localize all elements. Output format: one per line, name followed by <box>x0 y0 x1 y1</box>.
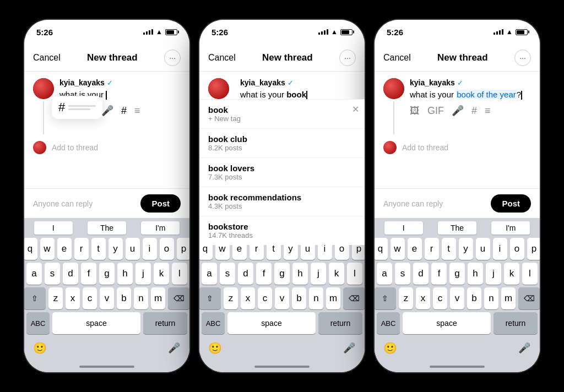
mic-key-2[interactable]: 🎤 <box>338 338 360 358</box>
key-space-3[interactable]: space <box>403 312 491 334</box>
key-backspace-1[interactable]: ⌫ <box>168 287 189 309</box>
key-x-3[interactable]: x <box>416 287 430 309</box>
key-k-2[interactable]: k <box>329 263 344 285</box>
gif-icon-3[interactable]: GIF <box>427 105 444 117</box>
key-n-2[interactable]: n <box>309 287 323 309</box>
key-t-3[interactable]: t <box>442 238 456 260</box>
key-m-1[interactable]: m <box>151 287 165 309</box>
key-space-2[interactable]: space <box>227 312 316 334</box>
key-abc-3[interactable]: ABC <box>377 312 400 334</box>
cancel-button-2[interactable]: Cancel <box>208 53 236 63</box>
key-r-1[interactable]: r <box>74 238 89 260</box>
key-d-2[interactable]: d <box>238 263 253 285</box>
ac-item-booklovers-2[interactable]: book lovers 7.3K posts <box>199 158 365 187</box>
key-h-1[interactable]: h <box>117 263 133 285</box>
key-g-1[interactable]: g <box>99 263 115 285</box>
key-m-2[interactable]: m <box>326 287 340 309</box>
more-button-3[interactable]: ··· <box>514 50 531 66</box>
more-button-2[interactable]: ··· <box>339 50 356 66</box>
emoji-key-1[interactable]: 🙂 <box>29 338 51 358</box>
key-s-2[interactable]: s <box>220 263 235 285</box>
suggestion-im-1[interactable]: I'm <box>141 221 180 235</box>
cancel-button-1[interactable]: Cancel <box>33 53 61 63</box>
key-w-1[interactable]: w <box>40 238 55 260</box>
key-shift-2[interactable]: ⇧ <box>199 287 221 309</box>
key-f-1[interactable]: f <box>81 263 96 285</box>
key-i-3[interactable]: i <box>493 238 507 260</box>
key-return-1[interactable]: return <box>143 312 187 334</box>
key-n-3[interactable]: n <box>484 287 498 309</box>
key-y-1[interactable]: y <box>109 238 123 260</box>
suggestion-i-1[interactable]: I <box>34 221 73 235</box>
key-a-1[interactable]: a <box>26 263 42 285</box>
more-button-1[interactable]: ··· <box>164 50 181 66</box>
key-k-3[interactable]: k <box>504 263 519 285</box>
suggestion-the-1[interactable]: The <box>88 221 126 235</box>
key-n-1[interactable]: n <box>134 287 148 309</box>
key-z-3[interactable]: z <box>399 287 413 309</box>
mic-key-3[interactable]: 🎤 <box>513 338 535 358</box>
autocomplete-close-2[interactable]: ✕ <box>352 104 359 115</box>
key-abc-2[interactable]: ABC <box>202 312 225 334</box>
key-t-1[interactable]: t <box>91 238 106 260</box>
key-v-1[interactable]: v <box>100 287 114 309</box>
key-z-1[interactable]: z <box>48 287 63 309</box>
key-e-1[interactable]: e <box>57 238 72 260</box>
key-g-2[interactable]: g <box>274 263 290 285</box>
key-j-1[interactable]: j <box>135 263 151 285</box>
key-c-2[interactable]: c <box>258 287 272 309</box>
key-u-1[interactable]: u <box>126 238 140 260</box>
key-return-3[interactable]: return <box>494 312 538 334</box>
key-f-3[interactable]: f <box>431 263 447 285</box>
list-icon-3[interactable]: ≡ <box>485 105 491 117</box>
key-m-3[interactable]: m <box>501 287 516 309</box>
hashtag-icon-3[interactable]: # <box>471 105 477 117</box>
add-thread-text-3[interactable]: Add to thread <box>402 143 448 152</box>
key-i-1[interactable]: i <box>143 238 157 260</box>
key-shift-3[interactable]: ⇧ <box>375 287 396 309</box>
key-abc-1[interactable]: ABC <box>26 312 50 334</box>
key-s-1[interactable]: s <box>45 263 60 285</box>
hashtag-icon-1[interactable]: # <box>121 105 127 117</box>
key-w-3[interactable]: w <box>391 238 405 260</box>
list-icon-1[interactable]: ≡ <box>134 105 140 117</box>
key-backspace-2[interactable]: ⌫ <box>343 287 365 309</box>
key-o-3[interactable]: o <box>510 238 524 260</box>
post-text-2[interactable]: what is your book <box>240 89 356 100</box>
key-h-2[interactable]: h <box>292 263 308 285</box>
key-a-2[interactable]: a <box>202 263 217 285</box>
key-b-3[interactable]: b <box>467 287 481 309</box>
mic-key-1[interactable]: 🎤 <box>163 338 185 358</box>
key-l-1[interactable]: l <box>172 263 187 285</box>
key-e-3[interactable]: e <box>408 238 422 260</box>
emoji-key-3[interactable]: 🙂 <box>379 338 401 358</box>
mic-icon-1[interactable]: 🎤 <box>101 105 113 117</box>
key-r-3[interactable]: r <box>425 238 439 260</box>
key-d-3[interactable]: d <box>413 263 429 285</box>
key-c-3[interactable]: c <box>433 287 447 309</box>
emoji-key-2[interactable]: 🙂 <box>204 338 226 358</box>
key-b-1[interactable]: b <box>117 287 131 309</box>
ac-item-bookstore-2[interactable]: bookstore 14.7K threads <box>199 216 365 245</box>
ac-item-bookrec-2[interactable]: book recommendations 4.3K posts <box>199 187 365 216</box>
key-y-3[interactable]: y <box>459 238 473 260</box>
cancel-button-3[interactable]: Cancel <box>383 53 411 63</box>
key-x-2[interactable]: x <box>241 287 255 309</box>
key-d-1[interactable]: d <box>63 263 78 285</box>
key-f-2[interactable]: f <box>256 263 272 285</box>
mic-icon-3[interactable]: 🎤 <box>452 105 464 117</box>
image-icon-3[interactable]: 🖼 <box>410 105 420 117</box>
key-z-2[interactable]: z <box>224 287 238 309</box>
key-return-2[interactable]: return <box>318 312 362 334</box>
key-o-1[interactable]: o <box>160 238 174 260</box>
ac-item-book-2[interactable]: book + New tag <box>199 100 365 129</box>
suggestion-im-3[interactable]: I'm <box>491 221 530 235</box>
key-space-1[interactable]: space <box>52 312 140 334</box>
suggestion-i-3[interactable]: I <box>384 221 423 235</box>
key-u-3[interactable]: u <box>476 238 490 260</box>
key-s-3[interactable]: s <box>395 263 410 285</box>
key-h-3[interactable]: h <box>468 263 483 285</box>
key-c-1[interactable]: c <box>83 287 97 309</box>
post-button-3[interactable]: Post <box>491 194 531 213</box>
key-p-3[interactable]: p <box>527 238 540 260</box>
